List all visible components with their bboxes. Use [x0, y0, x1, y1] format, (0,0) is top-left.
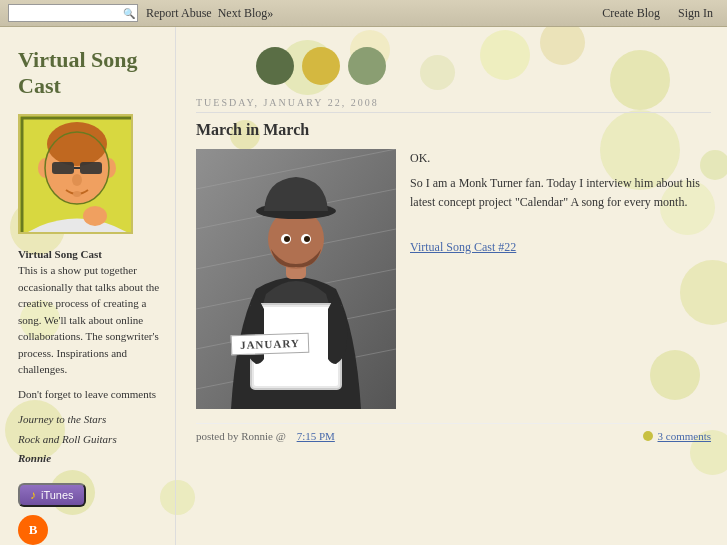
- itunes-icon: ♪: [30, 488, 36, 502]
- navbar-left: 🔍 Report Abuse Next Blog»: [8, 4, 279, 22]
- comments-link[interactable]: 3 comments: [658, 430, 711, 442]
- itunes-label: iTunes: [41, 489, 74, 501]
- post-image-content: JANUARY: [196, 149, 396, 409]
- navbar-right: Create Blog Sign In: [602, 6, 719, 21]
- color-dots-row: [256, 47, 711, 85]
- post-footer-left: posted by Ronnie @ 7:15 PM: [196, 430, 335, 442]
- color-dot-0: [256, 47, 294, 85]
- post-footer-right: 3 comments: [643, 430, 711, 442]
- blogger-icon: B: [18, 515, 48, 545]
- search-icon: 🔍: [121, 5, 137, 21]
- post-date: TUESDAY, JANUARY 22, 2008: [196, 97, 711, 113]
- color-dot-2: [348, 47, 386, 85]
- svg-point-26: [304, 236, 310, 242]
- post-image-svg: [196, 149, 396, 409]
- post-cast-link[interactable]: Virtual Song Cast #22: [410, 240, 516, 254]
- navbar: 🔍 Report Abuse Next Blog» Create Blog Si…: [0, 0, 727, 27]
- main-content: TUESDAY, JANUARY 22, 2008 March in March: [175, 27, 727, 545]
- post-body-text: So I am a Monk Turner fan. Today I inter…: [410, 174, 711, 212]
- svg-point-10: [73, 191, 81, 197]
- sidebar-link-1: Journey to the Stars: [18, 410, 163, 430]
- post-time-link[interactable]: 7:15 PM: [297, 430, 335, 442]
- svg-rect-6: [52, 162, 74, 174]
- post-body-intro: OK.: [410, 149, 711, 168]
- comments-dot-icon: [643, 431, 653, 441]
- posted-by-text: posted by Ronnie @: [196, 430, 286, 442]
- svg-point-9: [72, 174, 82, 186]
- post-title: March in March: [196, 121, 711, 139]
- create-blog-link[interactable]: Create Blog: [602, 6, 660, 21]
- blog-title: Virtual Song Cast: [18, 47, 163, 100]
- sidebar-about: Virtual Song Cast This is a show put tog…: [18, 246, 163, 378]
- report-abuse-link[interactable]: Report Abuse: [146, 6, 212, 21]
- post-body: JANUARY OK. So I am a Monk Turner fan. T…: [196, 149, 711, 409]
- january-label: JANUARY: [231, 333, 309, 356]
- sidebar-links: Journey to the Stars Rock and Roll Guita…: [18, 410, 163, 469]
- sidebar-about-text: This is a show put together occasionally…: [18, 264, 159, 375]
- sidebar-about-title: Virtual Song Cast: [18, 248, 102, 260]
- search-input[interactable]: [9, 5, 121, 21]
- sidebar-link-2: Rock and Roll Guitars: [18, 430, 163, 450]
- post-text: OK. So I am a Monk Turner fan. Today I i…: [410, 149, 711, 409]
- svg-rect-7: [80, 162, 102, 174]
- sign-in-link[interactable]: Sign In: [678, 6, 713, 21]
- post-footer: posted by Ronnie @ 7:15 PM 3 comments: [196, 423, 711, 442]
- next-blog-link[interactable]: Next Blog»: [218, 6, 274, 21]
- search-wrap[interactable]: 🔍: [8, 4, 138, 22]
- svg-point-3: [47, 122, 107, 166]
- sidebar-comment-note: Don't forget to leave comments: [18, 388, 163, 400]
- avatar: [18, 114, 133, 234]
- post-image: JANUARY: [196, 149, 396, 409]
- itunes-button[interactable]: ♪ iTunes: [18, 483, 86, 507]
- color-dot-1: [302, 47, 340, 85]
- svg-point-25: [284, 236, 290, 242]
- sidebar-author: Ronnie: [18, 449, 163, 469]
- sidebar: Virtual Song Cast: [0, 27, 175, 545]
- main-wrapper: Virtual Song Cast: [0, 27, 727, 545]
- svg-point-12: [83, 206, 107, 226]
- avatar-illustration: [20, 116, 133, 234]
